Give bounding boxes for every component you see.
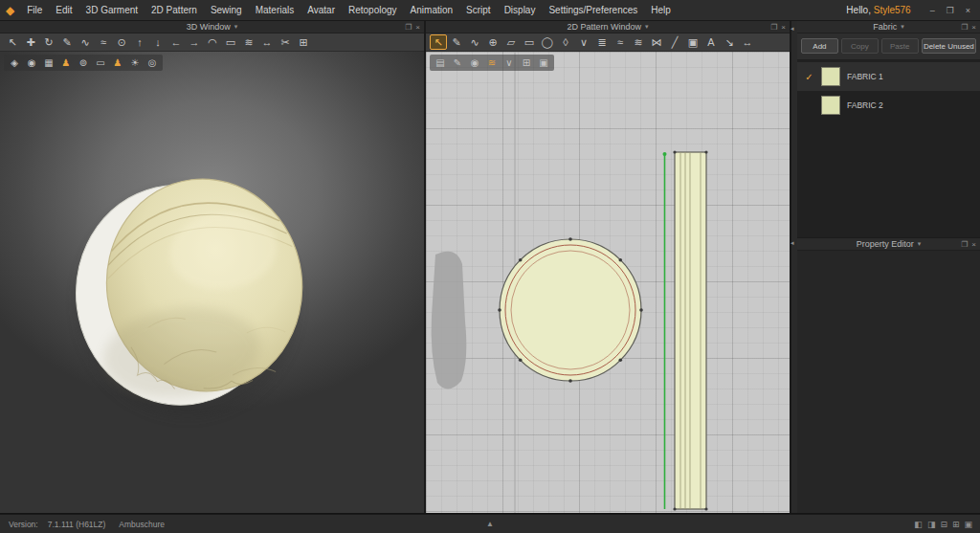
menu-display[interactable]: Display	[498, 5, 543, 15]
garment-cushion[interactable]	[63, 167, 316, 416]
delete-unused-fabric-button[interactable]: Delete Unused	[922, 38, 976, 54]
light-icon[interactable]: ☀	[127, 56, 143, 70]
fabric-panel-close-icon[interactable]: ×	[971, 22, 976, 33]
bounding-box-icon[interactable]: ▭	[93, 56, 108, 70]
fabric-list-item[interactable]: ✓ FABRIC 1	[797, 62, 980, 91]
rectangle-tool[interactable]: ▭	[521, 34, 538, 50]
menu-animation[interactable]: Animation	[404, 5, 459, 15]
layout-grid-icon[interactable]: ⊞	[952, 520, 960, 529]
2d-pattern-canvas[interactable]: ▤ ✎ ◉ ≋ ∨ ⊞ ▣	[426, 52, 790, 513]
grading-tool[interactable]: ↘	[721, 34, 738, 50]
fabric-list-item[interactable]: FABRIC 2	[797, 91, 980, 120]
arrange-up-tool[interactable]: ↑	[131, 34, 148, 50]
2d-window-titlebar[interactable]: 2D Pattern Window ▾ ❐ ×	[426, 21, 790, 33]
fabric-panel-undock-icon[interactable]: ❐	[961, 22, 968, 33]
avatar-tape-icon[interactable]: ♟	[110, 56, 125, 70]
3d-window-titlebar[interactable]: 3D Window ▾ ❐ ×	[0, 21, 424, 33]
2d-window-undock-icon[interactable]: ❐	[770, 22, 777, 33]
polygon-tool[interactable]: ▱	[502, 34, 520, 50]
fabric-check-icon[interactable]: ✓	[804, 72, 814, 82]
segment-sewing-2d-tool[interactable]: ≈	[612, 34, 629, 50]
menu-edit[interactable]: Edit	[49, 5, 78, 15]
circle-tool[interactable]: ◯	[539, 34, 556, 50]
collapse-property-icon[interactable]: ◂	[791, 239, 794, 247]
dart-tool[interactable]: ◊	[557, 34, 574, 50]
menu-sewing[interactable]: Sewing	[204, 5, 249, 15]
collapse-fabric-icon[interactable]: ◂	[791, 25, 794, 33]
add-fabric-button[interactable]: Add	[801, 38, 838, 54]
3d-viewport-canvas[interactable]: ◈ ◉ ▦ ♟ ⊚ ▭ ♟ ☀ ◎	[0, 52, 424, 513]
show-avatar-icon[interactable]: ♟	[58, 56, 74, 70]
menu-script[interactable]: Script	[459, 5, 498, 15]
trace-tool[interactable]: ▣	[684, 34, 702, 50]
arrange-down-tool[interactable]: ↓	[149, 34, 167, 50]
notch-tool[interactable]: ∨	[575, 34, 592, 50]
show-sewing-icon[interactable]: ≋	[484, 56, 500, 70]
property-editor-menu-caret-icon[interactable]: ▾	[918, 240, 922, 248]
grid-snap-tool[interactable]: ⊞	[295, 34, 312, 50]
arrange-right-tool[interactable]: →	[186, 34, 203, 50]
pattern-piece-strip[interactable]	[673, 150, 707, 510]
pen-3d-tool[interactable]: ✎	[58, 34, 76, 50]
app-logo-icon[interactable]: ◆	[6, 4, 14, 17]
seam-allowance-tool[interactable]: ≣	[593, 34, 611, 50]
rotate-view-tool[interactable]: ↻	[40, 34, 57, 50]
layout-horizontal-icon[interactable]: ⊟	[940, 520, 947, 529]
property-editor-undock-icon[interactable]: ❐	[961, 239, 968, 250]
2d-window-close-icon[interactable]: ×	[781, 22, 786, 33]
show-notch-icon[interactable]: ∨	[501, 56, 517, 70]
fabric-swatch[interactable]	[821, 96, 840, 115]
fabric-swatch[interactable]	[821, 67, 840, 86]
copy-fabric-button[interactable]: Copy	[841, 38, 879, 54]
restore-icon[interactable]: ❐	[941, 6, 960, 15]
detach-sewing-tool[interactable]: ⋈	[648, 34, 665, 50]
internal-line-tool[interactable]: ╱	[666, 34, 683, 50]
select-move-tool[interactable]: ↖	[4, 34, 21, 50]
menu-help[interactable]: Help	[644, 5, 678, 15]
pattern-text-tool[interactable]: A	[702, 34, 720, 50]
fold-arrangement-tool[interactable]: ◠	[204, 34, 221, 50]
3d-window-menu-caret-icon[interactable]: ▾	[234, 23, 238, 31]
2d-window-menu-caret-icon[interactable]: ▾	[645, 23, 649, 31]
pattern-piece-circle[interactable]	[498, 237, 643, 383]
3d-window-undock-icon[interactable]: ❐	[405, 22, 412, 33]
edit-curvature-tool[interactable]: ∿	[466, 34, 483, 50]
layout-right-icon[interactable]: ◨	[927, 520, 936, 529]
property-editor-close-icon[interactable]: ×	[971, 239, 976, 250]
menu-settings-preferences[interactable]: Settings/Preferences	[542, 5, 644, 15]
paste-fabric-button[interactable]: Paste	[881, 38, 919, 54]
zoom-icon[interactable]: ◉	[24, 56, 39, 70]
sewing-line[interactable]	[663, 152, 667, 509]
scissors-tool[interactable]: ✂	[277, 34, 294, 50]
gizmo-toggle-icon[interactable]: ◈	[7, 56, 22, 70]
menu-materials[interactable]: Materials	[249, 5, 301, 15]
free-sewing-2d-tool[interactable]: ≋	[630, 34, 647, 50]
mesh-view-icon[interactable]: ▦	[41, 56, 56, 70]
print-layout-icon[interactable]: ▣	[536, 56, 551, 70]
username[interactable]: Style576	[874, 5, 911, 15]
timeline-expand-icon[interactable]: ▲	[486, 520, 494, 528]
arrange-left-tool[interactable]: ←	[167, 34, 185, 50]
edit-texture-icon[interactable]: ▤	[433, 56, 448, 70]
zoom-area-icon[interactable]: ◉	[467, 56, 482, 70]
menu-3d-garment[interactable]: 3D Garment	[79, 5, 145, 15]
fabric-panel-menu-caret-icon[interactable]: ▾	[901, 23, 904, 31]
pen-tablet-icon[interactable]: ✎	[450, 56, 465, 70]
free-sewing-tool[interactable]: ∿	[77, 34, 94, 50]
add-point-tool[interactable]: ⊕	[484, 34, 501, 50]
measure-2d-tool[interactable]: ↔	[739, 34, 756, 50]
arrangement-points-icon[interactable]: ⊚	[76, 56, 91, 70]
camera-view-icon[interactable]: ◎	[145, 56, 160, 70]
show-grid-icon[interactable]: ⊞	[519, 56, 534, 70]
menu-avatar[interactable]: Avatar	[301, 5, 342, 15]
layout-full-icon[interactable]: ▣	[964, 520, 972, 529]
close-icon[interactable]: ×	[960, 6, 976, 15]
steam-tool[interactable]: ≋	[240, 34, 257, 50]
segment-sewing-tool[interactable]: ≈	[95, 34, 112, 50]
minimize-icon[interactable]: –	[924, 6, 941, 15]
fabric-panel-titlebar[interactable]: Fabric ▾ ❐ ×	[797, 21, 980, 33]
transform-pattern-tool[interactable]: ↖	[430, 34, 447, 50]
menu-retopology[interactable]: Retopology	[342, 5, 404, 15]
pin-tool[interactable]: ⊙	[113, 34, 130, 50]
layout-left-icon[interactable]: ◧	[914, 520, 923, 529]
